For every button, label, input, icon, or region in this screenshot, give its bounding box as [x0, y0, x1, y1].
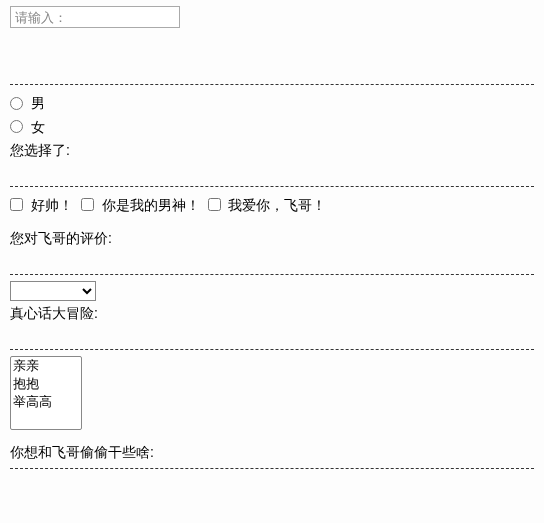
praise-result-label: 您对飞哥的评价:	[10, 230, 534, 248]
divider	[10, 274, 534, 275]
praise-label-2: 你是我的男神！	[102, 197, 200, 213]
truthdare-section: 真心话大冒险:	[10, 281, 534, 323]
gender-label-female: 女	[31, 119, 45, 135]
divider	[10, 349, 534, 350]
actions-result-label: 你想和飞哥偷偷干些啥:	[10, 444, 534, 462]
praise-checkbox-2[interactable]	[81, 198, 94, 211]
praise-checkbox-1[interactable]	[10, 198, 23, 211]
truthdare-result-label: 真心话大冒险:	[10, 305, 534, 323]
praise-label-3: 我爱你，飞哥！	[228, 197, 326, 213]
gender-radio-female[interactable]	[10, 120, 23, 133]
gender-radio-male[interactable]	[10, 97, 23, 110]
praise-checkbox-3[interactable]	[208, 198, 221, 211]
praise-label-1: 好帅！	[31, 197, 73, 213]
gender-section: 男 女 您选择了:	[10, 91, 534, 160]
divider	[10, 468, 534, 469]
actions-option-2: 抱抱	[11, 375, 81, 393]
text-input-section	[10, 6, 534, 28]
actions-section: 亲亲 抱抱 举高高 你想和飞哥偷偷干些啥:	[10, 356, 534, 462]
gender-label-male: 男	[31, 95, 45, 111]
praise-section: 好帅！ 你是我的男神！ 我爱你，飞哥！ 您对飞哥的评价:	[10, 193, 534, 248]
actions-option-1: 亲亲	[11, 357, 81, 375]
actions-option-3: 举高高	[11, 393, 81, 411]
divider	[10, 186, 534, 187]
truthdare-select[interactable]	[10, 281, 96, 301]
actions-multiselect[interactable]: 亲亲 抱抱 举高高	[10, 356, 82, 430]
main-text-input[interactable]	[10, 6, 180, 28]
gender-result-label: 您选择了:	[10, 142, 534, 160]
divider	[10, 84, 534, 85]
